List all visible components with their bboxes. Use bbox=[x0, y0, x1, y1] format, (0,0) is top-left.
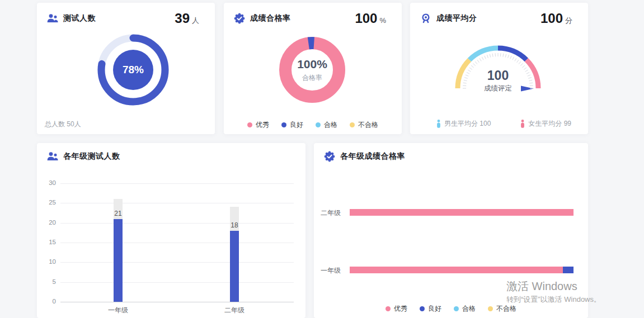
gauge-tick bbox=[503, 54, 504, 57]
value-unit: % bbox=[379, 16, 386, 25]
x-axis-label: 一年级 bbox=[101, 306, 135, 315]
hbar-segment[interactable] bbox=[563, 267, 574, 273]
female-average: 女生平均分 99 bbox=[520, 119, 571, 129]
total-count-note: 总人数 50人 bbox=[45, 120, 81, 129]
pass-rate-center-value: 100% bbox=[297, 58, 327, 71]
x-axis-label: 二年级 bbox=[218, 306, 251, 315]
value-number: 100 bbox=[540, 11, 563, 26]
tested-progress-chart[interactable]: 78% bbox=[94, 31, 172, 109]
card-title: 成绩平均分 bbox=[436, 13, 477, 23]
users-icon bbox=[47, 13, 58, 24]
legend-item[interactable]: 不合格 bbox=[488, 304, 516, 314]
card-pass-rate: 成绩合格率 100 % 100% 合格率 优秀良好合格不合格 bbox=[224, 3, 402, 134]
donut-center: 100% 合格率 bbox=[276, 34, 349, 106]
score-gauge-chart[interactable]: 100 成绩评定 bbox=[445, 32, 551, 94]
card-avg-score: 成绩平均分 100 分 100 成绩评定 男生平均分 100 bbox=[410, 3, 588, 134]
legend-dot-icon bbox=[350, 122, 355, 127]
card-value: 100 分 bbox=[540, 11, 572, 26]
badge-check-icon bbox=[234, 13, 245, 24]
gauge-tick bbox=[510, 56, 511, 59]
y-tick-label: 5 bbox=[38, 278, 56, 285]
legend-dot-icon bbox=[247, 122, 252, 127]
gauge-tick bbox=[505, 54, 506, 58]
gauge-tick bbox=[508, 55, 509, 58]
y-tick-label: 30 bbox=[38, 179, 56, 186]
gauge-tick bbox=[485, 56, 486, 59]
legend-label: 优秀 bbox=[394, 304, 407, 314]
male-average: 男生平均分 100 bbox=[436, 119, 491, 129]
hbar-row[interactable] bbox=[350, 209, 574, 216]
legend-dot-icon bbox=[316, 122, 321, 127]
gauge-segment bbox=[498, 48, 527, 60]
card-value: 39 人 bbox=[175, 11, 199, 26]
legend-label: 不合格 bbox=[496, 304, 516, 314]
legend-dot-icon bbox=[281, 122, 286, 127]
gauge-tick bbox=[517, 60, 519, 63]
gauge-tick bbox=[473, 63, 475, 65]
gridline bbox=[60, 183, 294, 184]
y-category-label: 一年级 bbox=[317, 266, 341, 276]
male-average-text: 男生平均分 100 bbox=[444, 119, 491, 129]
value-number: 39 bbox=[175, 11, 190, 26]
legend-item[interactable]: 合格 bbox=[454, 304, 476, 314]
gridline bbox=[60, 203, 294, 203]
female-icon bbox=[520, 120, 525, 128]
value-unit: 人 bbox=[192, 16, 199, 26]
card-header: 成绩平均分 100 分 bbox=[410, 3, 588, 26]
hbar-segment[interactable] bbox=[350, 209, 574, 216]
legend-dot-icon bbox=[386, 306, 391, 311]
legend-item[interactable]: 合格 bbox=[316, 120, 337, 130]
gauge-tick bbox=[477, 60, 480, 63]
pass-rate-legend: 优秀良好合格不合格 bbox=[224, 120, 402, 130]
card-header: 测试人数 39 人 bbox=[37, 3, 215, 26]
legend-dot-icon bbox=[488, 306, 493, 311]
bar-value-label: 18 bbox=[223, 221, 246, 229]
y-tick-label: 20 bbox=[38, 219, 56, 226]
gauge-value: 100 bbox=[445, 68, 551, 83]
card-title: 成绩合格率 bbox=[250, 13, 291, 23]
card-value: 100 % bbox=[355, 11, 386, 26]
legend-dot-icon bbox=[454, 306, 459, 311]
card-grade-test-count: 各年级测试人数 05101520253021一年级18二年级 bbox=[37, 143, 305, 318]
y-tick-label: 25 bbox=[38, 199, 56, 206]
female-average-text: 女生平均分 99 bbox=[528, 119, 571, 129]
gridline bbox=[60, 302, 294, 302]
gauge-tick bbox=[519, 61, 521, 64]
hbar-row[interactable] bbox=[350, 267, 574, 273]
pass-rate-donut-chart[interactable]: 100% 合格率 bbox=[276, 34, 349, 106]
pass-rate-center-label: 合格率 bbox=[302, 73, 322, 83]
card-test-count: 测试人数 39 人 78% 总人数 50人 bbox=[37, 3, 215, 134]
legend-label: 良好 bbox=[290, 120, 303, 130]
legend-label: 良好 bbox=[428, 304, 441, 314]
gauge-tick bbox=[520, 63, 523, 65]
y-tick-label: 0 bbox=[38, 298, 56, 305]
legend-item[interactable]: 良好 bbox=[281, 120, 303, 130]
gridline bbox=[60, 243, 294, 243]
gauge-tick bbox=[471, 65, 474, 68]
legend-label: 不合格 bbox=[358, 120, 378, 130]
gauge-segment bbox=[469, 48, 498, 60]
gender-averages: 男生平均分 100 女生平均分 99 bbox=[410, 119, 588, 129]
gauge-tick bbox=[475, 61, 477, 64]
hbar-segment[interactable] bbox=[350, 267, 563, 273]
bar-value-label: 21 bbox=[107, 210, 129, 217]
gauge-tick bbox=[482, 57, 483, 60]
value-number: 100 bbox=[355, 11, 377, 26]
value-unit: 分 bbox=[565, 16, 572, 26]
y-category-label: 二年级 bbox=[317, 208, 341, 218]
grade-count-plot[interactable]: 05101520253021一年级18二年级 bbox=[37, 143, 305, 318]
grade-pass-plot[interactable]: 二年级一年级 bbox=[314, 143, 588, 318]
card-title: 测试人数 bbox=[63, 13, 96, 23]
progress-percent-label: 78% bbox=[94, 31, 172, 109]
legend-item[interactable]: 良好 bbox=[420, 304, 441, 314]
legend-item[interactable]: 优秀 bbox=[247, 120, 269, 130]
bar-tested[interactable] bbox=[230, 231, 239, 302]
gauge-tick bbox=[515, 58, 516, 61]
gauge-label: 成绩评定 bbox=[445, 84, 551, 93]
legend-item[interactable]: 不合格 bbox=[350, 120, 378, 130]
legend-item[interactable]: 优秀 bbox=[386, 304, 407, 314]
y-tick-label: 15 bbox=[38, 239, 56, 245]
gauge-tick bbox=[513, 57, 514, 60]
card-header: 成绩合格率 100 % bbox=[224, 3, 402, 26]
bar-tested[interactable] bbox=[114, 219, 123, 302]
